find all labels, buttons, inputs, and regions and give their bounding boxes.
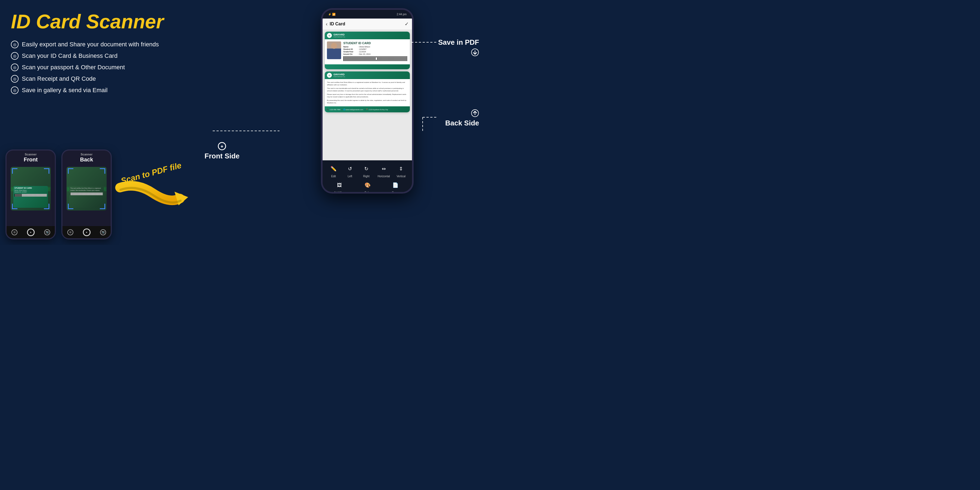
toolbar-row-1: ✏️ Edit ↺ Left ↻ Right ⇔ Horizontal ⇕	[323, 162, 412, 179]
feature-item-2: ◎Scan your passport & Other Document	[11, 64, 175, 71]
app-title: ID Card Scanner	[11, 11, 175, 32]
down-arrow-icon	[471, 48, 479, 56]
check-button[interactable]: ✓	[405, 21, 409, 27]
feature-item-1: ◎Scan your ID Card & Business Card	[11, 52, 175, 60]
feature-icon-3: ◎	[11, 75, 19, 83]
id-back-text-3: Please report any loss or damage from th…	[327, 93, 408, 98]
phone-front: Scanner Front STUDENT ID CARD Name: Oliv…	[5, 150, 56, 239]
phone-front-camera[interactable]: ●	[27, 229, 35, 236]
feature-icon-1: ◎	[11, 52, 19, 60]
header-title: ID Card	[330, 22, 402, 27]
id-field-name: Name : Olivia Wilson	[343, 46, 408, 48]
feature-icon-4: ◎	[11, 86, 19, 94]
id-card-body: STUDENT ID CARD Name : Olivia Wilson Stu…	[325, 39, 410, 64]
phone-front-icon2[interactable]: 📷	[44, 229, 50, 235]
feature-text-4: Save in gallery & send via Email	[22, 87, 107, 94]
phone-back-side-label: Back	[62, 156, 111, 163]
phone-front-scanner-label: Scanner	[6, 153, 55, 156]
back-scan-corner-tr	[100, 168, 105, 174]
id-card-back: G GINYARD International Co. This card ce…	[325, 72, 410, 112]
id-barcode-front	[343, 56, 408, 61]
id-card-title: STUDENT ID CARD	[343, 41, 408, 45]
vertical-icon: ⇕	[396, 164, 406, 174]
feature-text-2: Scan your passport & Other Document	[22, 64, 125, 71]
up-arrow-icon	[471, 109, 479, 117]
back-scan-corner-tl	[68, 168, 73, 174]
company-name: GINYARD	[334, 33, 345, 36]
id-card-front: G GINYARD International Co. STUDENT I	[325, 32, 410, 69]
id-back-text-1: This card certifies that Olivia Wilson i…	[327, 81, 408, 86]
phone-back-icon2[interactable]: 📷	[100, 229, 106, 235]
toolbar-add-new[interactable]: 🖼 Add New	[334, 180, 345, 194]
id-field-grade: Grade/Year : 11/2024	[343, 51, 408, 52]
phone-back-camera[interactable]: ●	[83, 229, 91, 236]
contact-address: 📍 +123 Anywhere St Any City	[366, 108, 388, 110]
back-side-annotation: Back Side	[445, 109, 479, 127]
scrap-label: Scrap	[392, 191, 399, 194]
phone-back-icon1[interactable]: ⊞	[67, 229, 73, 235]
toolbar-horizontal[interactable]: ⇔ Horizontal	[378, 164, 390, 178]
phone-front-side-label: Front	[6, 156, 55, 163]
id-front-header-band: G GINYARD International Co.	[325, 32, 410, 39]
id-field-issued: Issued On : Dec 20, 2024	[343, 53, 408, 55]
add-new-icon: 🖼	[334, 180, 345, 190]
edit-icon: ✏️	[328, 164, 339, 174]
company-sub: International Co.	[334, 36, 345, 38]
id-back-text-4: By presenting this card, the student agr…	[327, 99, 408, 104]
phone-content: G GINYARD International Co. STUDENT I	[323, 29, 412, 160]
company-logo-back: G	[327, 73, 332, 78]
toolbar-edit[interactable]: ✏️ Edit	[328, 164, 339, 178]
feature-item-3: ◎Scan Receipt and QR Code	[11, 75, 175, 83]
phone-back-scan-area: This card certifies that Olivia Wilson i…	[67, 167, 107, 210]
front-side-label: Front Side	[205, 152, 240, 160]
scrap-icon: 📄	[390, 180, 401, 190]
status-bar: ⚡ 📶 2:44 pm	[323, 10, 412, 19]
phone-back-bottom-bar: ⊞ ● 📷	[62, 226, 111, 238]
scan-corner-tl	[12, 168, 18, 174]
feature-item-0: ◎Easily export and Share your document w…	[11, 41, 175, 48]
company-logo: G	[327, 33, 332, 38]
toolbar-color[interactable]: 🎨 Color	[363, 180, 373, 194]
right-label: Right	[363, 175, 369, 178]
right-icon: ↻	[361, 164, 371, 174]
phone-toolbar: ✏️ Edit ↺ Left ↻ Right ⇔ Horizontal ⇕	[323, 160, 412, 194]
company-name-back: GINYARD	[334, 73, 345, 76]
back-button[interactable]: ‹	[326, 21, 328, 27]
toolbar-left[interactable]: ↺ Left	[345, 164, 355, 178]
left-icon: ↺	[345, 164, 355, 174]
id-back-text-2: This card is non-transferable and should…	[327, 87, 408, 92]
toolbar-right[interactable]: ↻ Right	[361, 164, 371, 178]
vertical-label: Vertical	[396, 175, 406, 178]
scan-corner-tr	[44, 168, 49, 174]
feature-text-3: Scan Receipt and QR Code	[22, 75, 96, 82]
status-time-text: 2:44 pm	[397, 13, 407, 16]
feature-item-4: ◎Save in gallery & send via Email	[11, 86, 175, 94]
status-time: ⚡ 📶	[328, 13, 336, 16]
main-phone: ⚡ 📶 2:44 pm ‹ ID Card ✓ G GINYARD Intern…	[321, 8, 414, 194]
id-front-footer-band	[325, 64, 410, 69]
feature-icon-2: ◎	[11, 64, 19, 71]
phone-header: ‹ ID Card ✓	[323, 19, 412, 29]
id-back-body: This card certifies that Olivia Wilson i…	[325, 79, 410, 107]
phone-front-icon1[interactable]: ⊞	[11, 229, 18, 235]
phone-back-scanner-label: Scanner	[62, 153, 111, 156]
main-phone-wrapper: ⚡ 📶 2:44 pm ‹ ID Card ✓ G GINYARD Intern…	[321, 8, 414, 194]
toolbar-row-2: 🖼 Add New 🎨 Color 📄 Scrap	[323, 179, 412, 194]
id-field-studentid: Student ID : 1234567	[343, 48, 408, 50]
save-pdf-annotation: Save in PDF	[438, 38, 479, 56]
arrow-svg	[115, 180, 191, 223]
add-new-label: Add New	[334, 191, 345, 194]
phones-container: Scanner Front STUDENT ID CARD Name: Oliv…	[5, 150, 112, 239]
toolbar-scrap[interactable]: 📄 Scrap	[390, 180, 401, 194]
phone-front-bottom-bar: ⊞ ● 📷	[6, 226, 55, 238]
contact-web: 🌐 www.reallygreatsite.com	[343, 108, 363, 110]
arrow-container: Scan to PDF file	[115, 169, 196, 223]
feature-list: ◎Easily export and Share your document w…	[11, 41, 175, 94]
id-back-header: G GINYARD International Co.	[325, 72, 410, 79]
left-label: Left	[348, 175, 352, 178]
id-info: STUDENT ID CARD Name : Olivia Wilson Stu…	[343, 41, 408, 62]
id-back-footer: 📞 +123-456-7890 🌐 www.reallygreatsite.co…	[325, 107, 410, 112]
phone-back: Scanner Back This card certifies that Ol…	[61, 150, 112, 239]
horizontal-label: Horizontal	[378, 175, 390, 178]
toolbar-vertical[interactable]: ⇕ Vertical	[396, 164, 406, 178]
